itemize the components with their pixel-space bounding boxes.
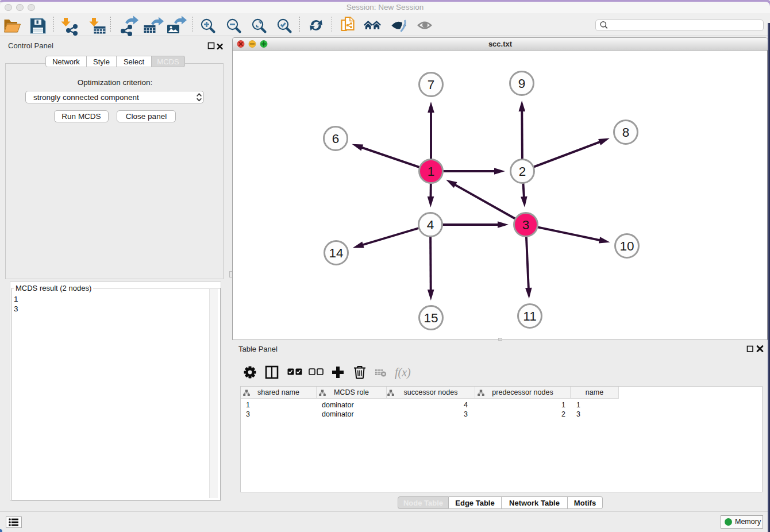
svg-text:8: 8 — [622, 125, 630, 140]
svg-text:1: 1 — [428, 164, 435, 179]
svg-text:4: 4 — [427, 218, 434, 232]
svg-text:2: 2 — [519, 164, 526, 179]
svg-text:f(x): f(x) — [395, 366, 411, 379]
svg-text:14: 14 — [329, 246, 343, 260]
svg-text:15: 15 — [424, 311, 438, 325]
svg-text:6: 6 — [332, 132, 340, 146]
svg-text:3: 3 — [522, 218, 530, 232]
svg-text:7: 7 — [428, 78, 435, 92]
svg-text:10: 10 — [619, 239, 634, 253]
svg-text:11: 11 — [523, 309, 536, 323]
svg-text:9: 9 — [518, 76, 526, 91]
